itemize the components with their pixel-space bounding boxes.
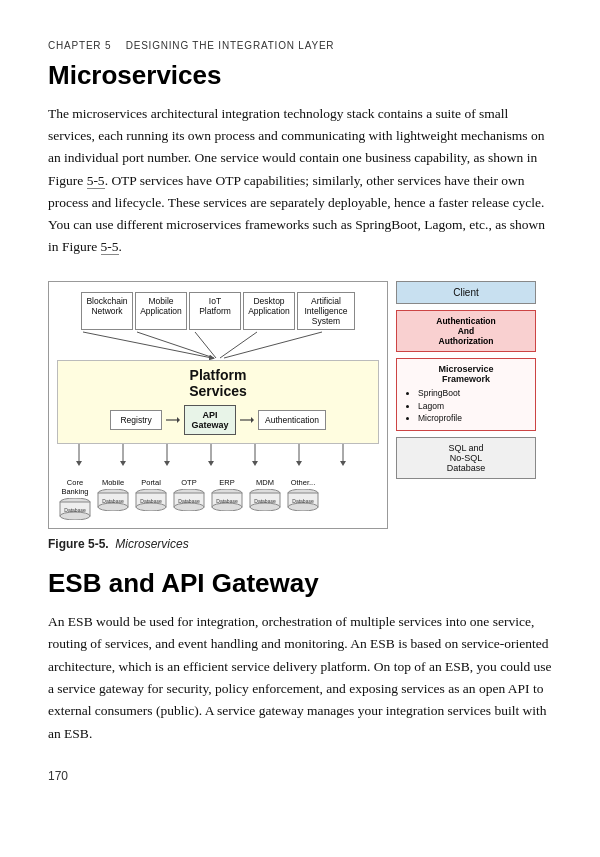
top-arrows-svg	[57, 332, 379, 360]
top-icon-blockchain: BlockchainNetwork	[81, 292, 133, 331]
service-other: Other... Database	[285, 478, 321, 520]
top-icon-iot: IoT Platform	[189, 292, 241, 331]
platform-title: PlatformServices	[66, 367, 370, 399]
svg-marker-16	[208, 461, 214, 466]
figure-caption-bold: Figure 5-5.	[48, 537, 109, 551]
figure-caption-italic: Microservices	[115, 537, 188, 551]
svg-marker-20	[296, 461, 302, 466]
section2-title: ESB and API Gateway	[48, 569, 552, 599]
chapter-label: CHAPTER 5	[48, 40, 111, 51]
db-svg-mobile: Database	[96, 489, 130, 511]
section1-body: The microservices architectural integrat…	[48, 103, 552, 259]
db-svg-other: Database	[286, 489, 320, 511]
arrow-registry-api	[166, 413, 180, 427]
svg-marker-6	[177, 417, 180, 423]
svg-point-25	[60, 512, 90, 520]
bottom-services-row: CoreBanking Database Mobile Database	[57, 478, 379, 520]
db-svg-otp: Database	[172, 489, 206, 511]
chapter-header: CHAPTER 5 DESIGNING THE INTEGRATION LAYE…	[48, 40, 552, 51]
top-icon-ai: ArtificialIntelligenceSystem	[297, 292, 355, 331]
service-mdm: MDM Database	[247, 478, 283, 520]
api-gateway-box: APIGateway	[184, 405, 236, 435]
section2-body: An ESB would be used for integration, or…	[48, 611, 552, 745]
service-otp: OTP Database	[171, 478, 207, 520]
svg-text:Database: Database	[178, 498, 200, 504]
sql-box: SQL andNo-SQLDatabase	[396, 437, 536, 479]
svg-text:Database: Database	[292, 498, 314, 504]
service-erp: ERP Database	[209, 478, 245, 520]
bottom-arrows-svg	[57, 444, 379, 466]
svg-text:Database: Database	[254, 498, 276, 504]
svg-point-45	[250, 503, 280, 511]
arrow-api-auth	[240, 413, 254, 427]
db-svg-portal: Database	[134, 489, 168, 511]
micro-list: SpringBoot Lagom Microprofile	[404, 387, 528, 425]
svg-text:Database: Database	[216, 498, 238, 504]
svg-point-33	[136, 503, 166, 511]
db-svg-mdm: Database	[248, 489, 282, 511]
service-portal: Portal Database	[133, 478, 169, 520]
authentication-box: Authentication	[258, 410, 326, 430]
svg-text:Database: Database	[64, 507, 86, 513]
svg-marker-22	[340, 461, 346, 466]
micro-title: MicroserviceFramework	[404, 364, 528, 384]
microservice-framework-box: MicroserviceFramework SpringBoot Lagom M…	[396, 358, 536, 431]
svg-point-29	[98, 503, 128, 511]
diagram-left: BlockchainNetwork MobileApplication IoT …	[48, 281, 388, 530]
figure-container: BlockchainNetwork MobileApplication IoT …	[48, 281, 552, 530]
platform-services-box: PlatformServices Registry APIGateway Aut…	[57, 360, 379, 444]
figure-caption: Figure 5-5. Microservices	[48, 537, 552, 551]
platform-inner-row: Registry APIGateway Authentication	[66, 405, 370, 435]
db-svg-erp: Database	[210, 489, 244, 511]
svg-marker-14	[164, 461, 170, 466]
svg-point-49	[288, 503, 318, 511]
svg-text:Database: Database	[102, 498, 124, 504]
service-mobile: Mobile Database	[95, 478, 131, 520]
top-icon-mobile: MobileApplication	[135, 292, 187, 331]
micro-item-microprofile: Microprofile	[418, 412, 528, 425]
svg-line-2	[195, 332, 216, 358]
svg-marker-10	[76, 461, 82, 466]
svg-point-37	[174, 503, 204, 511]
registry-box: Registry	[110, 410, 162, 430]
top-icon-desktop: DesktopApplication	[243, 292, 295, 331]
chapter-subtitle: DESIGNING THE INTEGRATION LAYER	[126, 40, 335, 51]
svg-marker-18	[252, 461, 258, 466]
diagram-right: Client AuthenticationAndAuthorization Mi…	[396, 281, 536, 479]
auth-right-box: AuthenticationAndAuthorization	[396, 310, 536, 352]
client-box: Client	[396, 281, 536, 304]
svg-marker-8	[251, 417, 254, 423]
svg-text:Database: Database	[140, 498, 162, 504]
top-icons-row: BlockchainNetwork MobileApplication IoT …	[57, 292, 379, 331]
section1-title: Microservices	[48, 61, 552, 91]
svg-point-41	[212, 503, 242, 511]
service-core-banking: CoreBanking Database	[57, 478, 93, 520]
micro-item-lagom: Lagom	[418, 400, 528, 413]
db-svg-core: Database	[58, 498, 92, 520]
svg-marker-12	[120, 461, 126, 466]
micro-item-springboot: SpringBoot	[418, 387, 528, 400]
page-number: 170	[48, 769, 552, 783]
